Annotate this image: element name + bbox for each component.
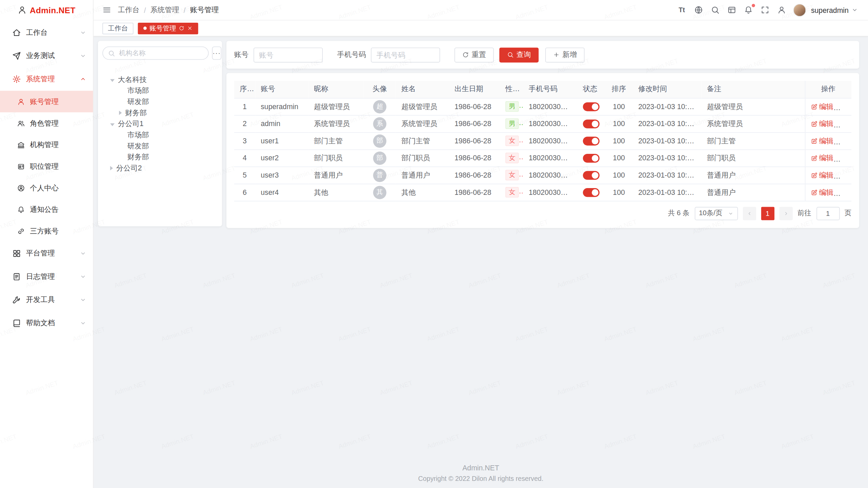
sidebar-item-workbench[interactable]: 工作台 (0, 21, 93, 44)
language-icon[interactable] (694, 5, 703, 15)
breadcrumb-item[interactable]: 工作台 (118, 5, 140, 15)
row-avatar: 其 (373, 186, 386, 199)
wrench-icon (12, 296, 21, 304)
tab-account-management[interactable]: 账号管理 (138, 22, 198, 34)
tab-workbench[interactable]: 工作台 (102, 22, 133, 34)
fullscreen-icon[interactable] (760, 5, 770, 15)
edit-button[interactable]: 编辑 (811, 136, 833, 146)
breadcrumb-separator: / (144, 6, 146, 14)
sidebar-item-log-management[interactable]: 日志管理 (0, 265, 93, 288)
user-circle-icon (17, 184, 25, 192)
page-size-select[interactable]: 10条/页 (694, 207, 737, 220)
font-size-icon[interactable]: Tt (677, 5, 687, 15)
active-tab-dot (143, 26, 147, 30)
sidebar-item-help-docs[interactable]: 帮助文档 (0, 311, 93, 335)
sidebar-item-account-management[interactable]: 账号管理 (0, 91, 93, 113)
row-avatar: 部 (373, 151, 386, 165)
table-row: 5 user3 普通用户 普 普通用户 1986-06-28 女 1802003… (234, 166, 851, 184)
chevron-up-icon (80, 76, 86, 83)
status-toggle[interactable] (583, 188, 599, 197)
grid-icon (12, 249, 21, 258)
edit-button[interactable]: 编辑 (811, 170, 833, 180)
chevron-down-icon[interactable] (851, 7, 858, 14)
tree-node[interactable]: 大名科技 (102, 74, 218, 85)
refresh-icon (462, 52, 469, 58)
prev-page-button[interactable] (743, 207, 756, 220)
edit-button[interactable]: 编辑 (811, 153, 833, 163)
status-toggle[interactable] (583, 171, 599, 180)
accounts-table: 序号 账号 昵称 头像 姓名 出生日期 性别 手机号码 状态 排序 修改时间 (234, 81, 851, 201)
link-icon (17, 227, 25, 235)
account-label: 账号 (234, 50, 249, 60)
sidebar-item-third-party-account[interactable]: 三方账号 (0, 220, 93, 242)
status-toggle[interactable] (583, 119, 599, 128)
org-search-box (102, 46, 209, 60)
status-toggle[interactable] (583, 154, 599, 163)
search-icon[interactable] (710, 5, 720, 15)
gender-badge: 女 (506, 153, 519, 163)
row-avatar: 普 (373, 168, 386, 182)
tree-node[interactable]: 市场部 (102, 129, 218, 141)
status-toggle[interactable] (583, 137, 599, 145)
sidebar-item-platform-management[interactable]: 平台管理 (0, 242, 93, 265)
account-input[interactable] (254, 47, 323, 62)
gender-badge: 女 (506, 136, 519, 146)
tree-node[interactable]: 财务部 (102, 151, 218, 163)
query-button[interactable]: 查询 (499, 47, 539, 62)
sidebar-item-notice[interactable]: 通知公告 (0, 199, 93, 220)
tree-node[interactable]: 研发部 (102, 96, 218, 107)
avatar[interactable] (793, 4, 806, 17)
sidebar-item-dev-tools[interactable]: 开发工具 (0, 288, 93, 312)
sidebar-item-org-management[interactable]: 机构管理 (0, 134, 93, 156)
tree-node[interactable]: 分公司2 (102, 163, 218, 174)
app-window: Admin.NET 工作台 业务测试 系统管理 账号管理 (0, 0, 868, 488)
sidebar-item-role-management[interactable]: 角色管理 (0, 112, 93, 134)
tree-node[interactable]: 市场部 (102, 85, 218, 96)
sidebar-item-position-management[interactable]: 职位管理 (0, 156, 93, 177)
page-1-button[interactable]: 1 (761, 207, 774, 220)
org-search-input[interactable] (118, 49, 206, 58)
next-page-button[interactable] (779, 207, 792, 220)
caret-down-icon[interactable] (110, 123, 115, 126)
tree-node[interactable]: 财务部 (102, 107, 218, 119)
brand-logo[interactable]: Admin.NET (0, 0, 93, 20)
notification-badge (752, 4, 755, 7)
edit-button[interactable]: 编辑 (811, 187, 833, 197)
add-button[interactable]: 新增 (545, 47, 585, 62)
username[interactable]: superadmin (811, 6, 849, 14)
breadcrumb-item-current: 账号管理 (190, 5, 219, 15)
user-icon[interactable] (777, 5, 786, 15)
notification-bell-icon[interactable] (744, 5, 753, 15)
tab-bar: 工作台 账号管理 (94, 20, 868, 36)
chevron-down-icon (80, 53, 86, 59)
sidebar-item-business-test[interactable]: 业务测试 (0, 44, 93, 68)
reset-button[interactable]: 重置 (454, 47, 494, 62)
gender-badge: 女 (506, 170, 519, 180)
goto-label: 前往 (797, 209, 811, 218)
tree-node[interactable]: 研发部 (102, 141, 218, 152)
refresh-icon[interactable] (179, 25, 184, 31)
user-icon (17, 97, 25, 105)
gender-badge: 男 (506, 101, 519, 112)
caret-down-icon[interactable] (110, 79, 115, 82)
brand-logo-text: Admin.NET (30, 5, 76, 15)
breadcrumb-item[interactable]: 系统管理 (150, 5, 179, 15)
row-avatar: 部 (373, 134, 386, 147)
org-tree: 大名科技 市场部 研发部 财务部 分公司1 市场部 研发部 财务部 分公司2 (102, 74, 218, 174)
status-toggle[interactable] (583, 102, 599, 111)
goto-page-input[interactable] (816, 207, 840, 220)
bank-icon (17, 141, 25, 149)
edit-button[interactable]: 编辑 (811, 102, 833, 111)
edit-button[interactable]: 编辑 (811, 119, 833, 128)
hamburger-menu-icon[interactable] (102, 5, 111, 14)
tree-node[interactable]: 分公司1 (102, 118, 218, 129)
org-tree-panel: ··· 大名科技 市场部 研发部 财务部 分公司1 市场部 研发部 财务部 分公… (98, 41, 222, 226)
caret-right-icon[interactable] (110, 166, 113, 170)
sidebar-item-system-management[interactable]: 系统管理 (0, 67, 93, 91)
close-icon[interactable] (187, 25, 193, 31)
sidebar-item-personal-center[interactable]: 个人中心 (0, 177, 93, 199)
org-more-button[interactable]: ··· (212, 46, 221, 60)
caret-right-icon[interactable] (119, 111, 122, 115)
phone-input[interactable] (371, 47, 440, 62)
theme-icon[interactable] (727, 5, 736, 15)
